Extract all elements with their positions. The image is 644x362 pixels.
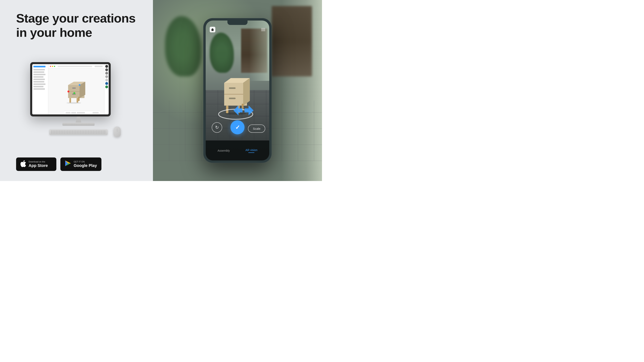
svg-marker-30 (244, 105, 254, 115)
svg-rect-10 (77, 98, 78, 103)
plant-blur (165, 16, 201, 76)
svg-point-6 (68, 90, 70, 92)
appstore-button[interactable]: Download on the App Store (16, 157, 56, 171)
phone-notch (228, 20, 248, 25)
refresh-icon: ↻ (215, 125, 219, 130)
svg-point-12 (66, 102, 81, 104)
svg-rect-23 (229, 98, 236, 99)
monitor-stand-base (62, 122, 94, 126)
menu-icon[interactable] (261, 28, 265, 31)
svg-rect-4 (72, 88, 76, 89)
svg-rect-11 (78, 97, 80, 101)
keyboard (49, 129, 108, 135)
menu-line-2 (261, 29, 265, 30)
monitor-stand-neck (74, 116, 82, 122)
scale-label: Scale (253, 127, 260, 130)
home-svg (211, 28, 214, 31)
svg-marker-17 (211, 28, 214, 31)
headline-line2: in your home (16, 25, 92, 39)
appstore-title: App Store (28, 163, 48, 168)
active-tab-indicator (248, 152, 254, 153)
phone-bottom-bar: Assembly AR vision (206, 140, 269, 160)
phone: ↻ ✓ Scale Assembly AR vision (203, 18, 272, 163)
google-play-icon (65, 160, 71, 168)
monitor (30, 62, 111, 116)
home-icon[interactable] (210, 27, 215, 32)
screen-bottom-bar (64, 111, 100, 114)
color-palette (104, 64, 109, 114)
svg-rect-22 (229, 87, 236, 89)
mouse (114, 126, 121, 137)
store-buttons: Download on the App Store GET IT ON Goog… (16, 157, 141, 171)
ar-vision-label: AR vision (246, 148, 258, 152)
tab-assembly[interactable]: Assembly (218, 149, 230, 152)
desktop-illustration (16, 44, 141, 153)
screen-toolbar (48, 64, 104, 69)
confirm-button[interactable]: ✓ (230, 120, 244, 134)
googleplay-text: GET IT ON Google Play (74, 160, 97, 168)
googleplay-title: Google Play (74, 163, 97, 168)
headline: Stage your creations in your home (16, 11, 141, 40)
scale-button[interactable]: Scale (248, 124, 265, 133)
refresh-button[interactable]: ↻ (212, 122, 222, 133)
monitor-screen (32, 64, 109, 114)
ar-arrows-svg (234, 104, 254, 116)
svg-marker-29 (234, 105, 242, 115)
bookshelf-blur (272, 6, 312, 76)
furniture-svg (63, 78, 89, 105)
appstore-subtitle: Download on the (28, 160, 48, 163)
svg-marker-20 (243, 78, 250, 106)
phone-screen: ↻ ✓ Scale Assembly AR vision (206, 20, 269, 160)
appstore-text: Download on the App Store (28, 160, 48, 168)
left-panel: Stage your creations in your home (0, 0, 153, 181)
tab-ar-vision[interactable]: AR vision (246, 148, 258, 153)
apple-logo-icon (20, 160, 26, 168)
phone-wrapper: ↻ ✓ Scale Assembly AR vision (203, 18, 272, 163)
googleplay-subtitle: GET IT ON (74, 160, 97, 163)
svg-point-7 (73, 92, 75, 94)
confirm-icon: ✓ (235, 124, 240, 131)
screen-canvas-area (48, 64, 104, 114)
mouse-container (114, 126, 121, 137)
svg-rect-9 (70, 98, 71, 103)
right-panel: ↻ ✓ Scale Assembly AR vision (153, 0, 322, 181)
screen-sidebar (32, 64, 48, 114)
googleplay-button[interactable]: GET IT ON Google Play (60, 157, 102, 171)
ar-arrows (234, 104, 254, 117)
assembly-label: Assembly (218, 149, 230, 152)
menu-line-1 (261, 28, 265, 28)
menu-line-3 (261, 30, 265, 31)
headline-line1: Stage your creations (16, 11, 136, 25)
furniture-canvas (48, 64, 104, 114)
svg-point-8 (79, 84, 80, 86)
